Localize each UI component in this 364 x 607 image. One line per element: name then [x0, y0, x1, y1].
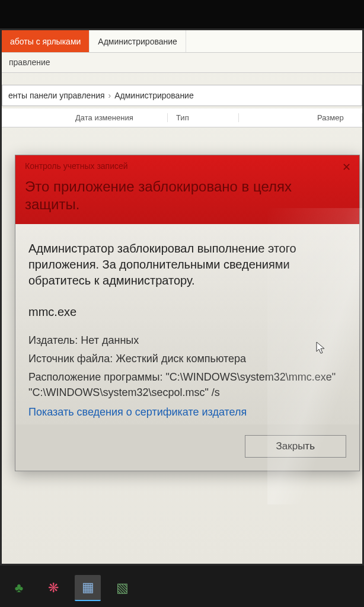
uac-publisher-value: Нет данных [81, 334, 139, 346]
uac-footer: Закрыть [15, 424, 359, 471]
taskbar-app-icon[interactable]: ▧ [109, 575, 135, 601]
column-header-type[interactable]: Тип [168, 113, 239, 122]
ribbon-tab-administration[interactable]: Администрирование [90, 30, 186, 52]
uac-caption: Контроль учетных записей [25, 161, 350, 171]
monitor-bezel-top [0, 0, 364, 28]
uac-location-row: Расположение программы: "C:\WINDOWS\syst… [28, 370, 346, 400]
uac-source-value: Жесткий диск компьютера [116, 353, 246, 365]
uac-certificate-link[interactable]: Показать сведения о сертификате издателя [28, 406, 346, 418]
uac-source-row: Источник файла: Жесткий диск компьютера [28, 352, 346, 366]
uac-message: Администратор заблокировал выполнение эт… [28, 241, 346, 289]
uac-body: Администратор заблокировал выполнение эт… [15, 224, 359, 424]
uac-source-label: Источник файла: [28, 353, 113, 365]
uac-publisher-label: Издатель: [28, 334, 78, 346]
taskbar-app-icon[interactable]: ♣ [6, 575, 32, 601]
column-header-date[interactable]: Дата изменения [67, 113, 168, 122]
ribbon-tab-shortcuts[interactable]: аботы с ярлыками [2, 30, 90, 52]
breadcrumb-part-control-panel[interactable]: енты панели управления [8, 91, 105, 100]
breadcrumb-part-administration[interactable]: Администрирование [114, 91, 194, 100]
uac-executable-name: mmc.exe [28, 305, 346, 319]
taskbar-app-icon[interactable]: ▦ [75, 575, 101, 601]
chevron-right-icon: › [108, 91, 111, 100]
breadcrumb[interactable]: енты панели управления › Администрирован… [2, 85, 362, 106]
uac-heading: Это приложение заблокировано в целях защ… [25, 178, 350, 213]
ribbon-tabs: аботы с ярлыками Администрирование [2, 30, 362, 53]
close-button[interactable]: Закрыть [245, 435, 346, 458]
uac-publisher-row: Издатель: Нет данных [28, 333, 346, 348]
column-header-size[interactable]: Размер [309, 113, 362, 122]
screen-area: аботы с ярлыками Администрирование правл… [0, 28, 364, 566]
table-header-row: Дата изменения Тип Размер [2, 108, 362, 127]
close-icon[interactable]: ✕ [339, 160, 353, 174]
ribbon-section-label: правление [2, 53, 362, 73]
uac-location-label: Расположение программы: [28, 371, 162, 383]
uac-dialog: Контроль учетных записей Это приложение … [15, 155, 360, 471]
taskbar: ♣ ❋ ▦ ▧ [0, 569, 364, 607]
uac-header: Контроль учетных записей Это приложение … [15, 155, 359, 224]
taskbar-app-icon[interactable]: ❋ [40, 575, 66, 601]
